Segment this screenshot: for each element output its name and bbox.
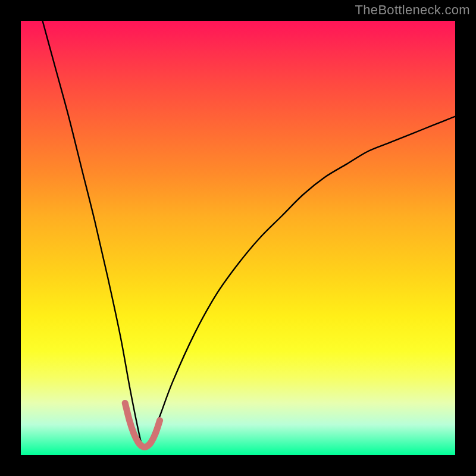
- chart-frame: TheBottleneck.com: [0, 0, 476, 476]
- watermark-text: TheBottleneck.com: [355, 2, 470, 18]
- plot-area: [21, 21, 455, 455]
- valley-highlight: [125, 403, 159, 447]
- bottleneck-curve: [43, 21, 456, 448]
- curve-layer: [21, 21, 455, 455]
